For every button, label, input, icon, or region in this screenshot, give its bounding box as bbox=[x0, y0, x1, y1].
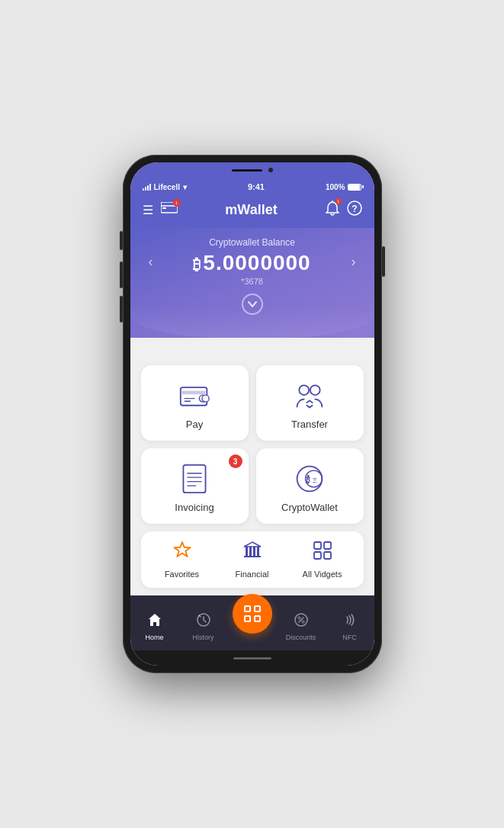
balance-center: Cryptowallet Balance ₿5.0000000 *3678 bbox=[153, 237, 352, 286]
svg-rect-2 bbox=[162, 207, 166, 209]
scan-button[interactable] bbox=[233, 594, 272, 634]
balance-symbol: ₿ bbox=[193, 256, 201, 273]
svg-rect-29 bbox=[324, 552, 331, 559]
invoicing-icon bbox=[178, 462, 211, 496]
favorites-widget[interactable]: Favorites bbox=[147, 541, 217, 579]
volume-down-button bbox=[120, 262, 123, 288]
camera-notch bbox=[268, 168, 273, 172]
balance-next-arrow[interactable]: › bbox=[352, 254, 356, 270]
svg-point-10 bbox=[310, 385, 320, 395]
transfer-card[interactable]: Transfer bbox=[256, 365, 364, 441]
nav-tab-discounts[interactable]: Discounts bbox=[277, 612, 326, 641]
nfc-tab-label: NFC bbox=[342, 634, 357, 641]
cryptowallet-label: CryptoWallet bbox=[281, 502, 338, 513]
hamburger-menu-icon[interactable]: ☰ bbox=[143, 203, 153, 217]
svg-marker-20 bbox=[244, 542, 261, 547]
status-time: 9:41 bbox=[248, 182, 265, 191]
svg-point-8 bbox=[202, 395, 209, 402]
all-vidgets-widget[interactable]: All Vidgets bbox=[287, 541, 358, 579]
bank-icon bbox=[242, 541, 262, 565]
pay-card[interactable]: Pay bbox=[141, 365, 249, 441]
transfer-icon bbox=[293, 379, 326, 412]
wave-divider bbox=[130, 338, 374, 356]
balance-account: *3678 bbox=[153, 277, 352, 286]
widgets-row: Favorites Financial bbox=[141, 531, 364, 588]
phone-screen: Lifecell ▾ 9:41 100% ☰ bbox=[130, 162, 374, 666]
main-content: Pay Transfer bbox=[130, 356, 374, 595]
svg-rect-33 bbox=[245, 616, 250, 621]
chevron-down-icon bbox=[248, 301, 257, 307]
top-navigation: ☰ 1 mWallet 1 bbox=[130, 194, 374, 228]
speaker-notch bbox=[232, 169, 262, 172]
history-icon bbox=[196, 612, 211, 631]
home-indicator-bar bbox=[130, 650, 374, 666]
nav-left: ☰ 1 bbox=[143, 202, 178, 217]
financial-label: Financial bbox=[235, 570, 268, 579]
home-icon bbox=[147, 612, 162, 631]
power-button bbox=[382, 246, 385, 277]
status-bar: Lifecell ▾ 9:41 100% bbox=[130, 178, 374, 194]
battery-fill bbox=[348, 185, 359, 190]
expand-balance-button[interactable] bbox=[242, 294, 263, 315]
notification-badge: 1 bbox=[335, 198, 342, 204]
transfer-label: Transfer bbox=[291, 419, 328, 430]
svg-rect-27 bbox=[324, 542, 331, 549]
discounts-icon bbox=[294, 612, 309, 631]
help-button[interactable]: ? bbox=[347, 201, 362, 219]
svg-rect-11 bbox=[183, 465, 205, 493]
balance-amount: ₿5.0000000 bbox=[153, 251, 352, 275]
financial-widget[interactable]: Financial bbox=[217, 541, 287, 579]
balance-label: Cryptowallet Balance bbox=[153, 237, 352, 248]
all-vidgets-label: All Vidgets bbox=[303, 570, 342, 579]
bottom-navigation: Home History bbox=[130, 595, 374, 650]
discounts-tab-label: Discounts bbox=[286, 634, 316, 641]
nav-tab-home[interactable]: Home bbox=[130, 612, 179, 641]
signal-icon bbox=[143, 183, 151, 191]
carrier-label: Lifecell bbox=[154, 183, 180, 191]
volume-up-button bbox=[120, 231, 123, 250]
home-indicator bbox=[233, 657, 271, 660]
nav-tab-scan[interactable] bbox=[228, 602, 277, 641]
cryptowallet-icon: ₿ Ξ bbox=[293, 462, 326, 496]
card-notification-badge: 1 bbox=[173, 199, 181, 207]
status-left: Lifecell ▾ bbox=[143, 183, 187, 191]
pay-icon bbox=[178, 379, 211, 412]
wifi-icon: ▾ bbox=[183, 183, 187, 191]
svg-rect-32 bbox=[255, 606, 260, 611]
invoicing-card[interactable]: Invoicing 3 bbox=[141, 448, 249, 524]
svg-line-39 bbox=[299, 618, 303, 622]
balance-section: ‹ Cryptowallet Balance ₿5.0000000 *3678 … bbox=[130, 228, 374, 338]
svg-rect-31 bbox=[245, 606, 250, 611]
grid-icon bbox=[313, 541, 332, 565]
balance-navigation: ‹ Cryptowallet Balance ₿5.0000000 *3678 … bbox=[146, 237, 359, 286]
svg-point-40 bbox=[298, 617, 300, 619]
nav-tab-history[interactable]: History bbox=[179, 612, 228, 641]
history-tab-label: History bbox=[192, 634, 213, 641]
home-tab-label: Home bbox=[145, 634, 163, 641]
star-icon bbox=[172, 541, 192, 565]
svg-rect-28 bbox=[314, 552, 321, 559]
balance-value: 5.0000000 bbox=[203, 251, 310, 274]
action-grid: Pay Transfer bbox=[141, 365, 364, 524]
cryptowallet-card[interactable]: ₿ Ξ CryptoWallet bbox=[256, 448, 364, 524]
pay-label: Pay bbox=[186, 419, 203, 430]
invoicing-badge: 3 bbox=[229, 454, 242, 468]
svg-text:₿: ₿ bbox=[306, 475, 310, 484]
help-icon: ? bbox=[347, 201, 362, 216]
notification-button[interactable]: 1 bbox=[326, 201, 339, 219]
svg-rect-24 bbox=[257, 547, 259, 556]
svg-rect-26 bbox=[314, 542, 321, 549]
nav-right: 1 ? bbox=[326, 201, 362, 219]
card-icon-wrapper[interactable]: 1 bbox=[161, 202, 178, 217]
app-title: mWallet bbox=[225, 202, 277, 218]
nav-tab-nfc[interactable]: NFC bbox=[326, 612, 374, 641]
battery-icon bbox=[348, 184, 361, 191]
svg-rect-21 bbox=[246, 547, 248, 556]
silent-button bbox=[120, 296, 123, 323]
nfc-icon bbox=[342, 612, 358, 631]
svg-point-9 bbox=[299, 385, 309, 395]
favorites-label: Favorites bbox=[165, 570, 199, 579]
svg-rect-23 bbox=[253, 547, 255, 556]
svg-text:?: ? bbox=[352, 204, 357, 214]
phone-device: Lifecell ▾ 9:41 100% ☰ bbox=[123, 155, 382, 673]
